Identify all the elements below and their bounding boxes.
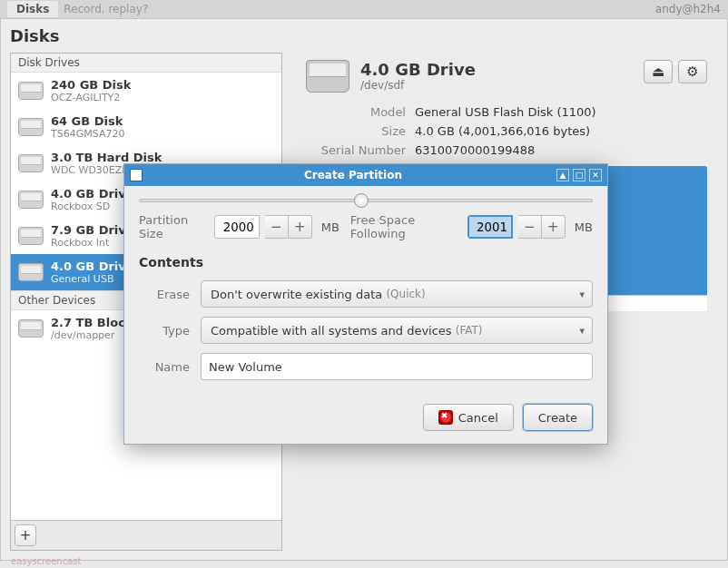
desktop-topbar: Disks Record, replay? andy@h2h4: [0, 0, 728, 18]
hdd-icon: [18, 82, 44, 100]
dialog-title-text: Create Partition: [150, 169, 556, 181]
detail-subtitle: /dev/sdf: [360, 79, 633, 92]
footer-hint: easyscreencast: [11, 556, 81, 566]
hdd-icon: [18, 227, 44, 245]
hdd-icon: [18, 263, 44, 281]
drive-item-title: 4.0 GB Drive: [51, 260, 134, 273]
kv-key: Size: [306, 124, 406, 138]
hdd-icon: [18, 118, 44, 136]
chevron-down-icon: ▾: [579, 289, 585, 300]
gear-icon: ⚙: [686, 64, 698, 80]
free-space-input[interactable]: [467, 215, 513, 239]
settings-button[interactable]: ⚙: [678, 60, 707, 83]
type-value: Compatible with all systems and devices: [211, 324, 452, 338]
type-paren: (FAT): [456, 324, 483, 337]
name-label: Name: [139, 360, 190, 374]
name-value: New Volume: [209, 360, 282, 374]
document-icon: [130, 169, 143, 181]
free-space-label: Free Space Following: [350, 213, 462, 240]
window-close-button[interactable]: ✕: [589, 169, 602, 181]
kv-value: 4.0 GB (4,001,366,016 bytes): [415, 124, 707, 138]
drive-item-title: 4.0 GB Drive: [51, 187, 134, 201]
chevron-down-icon: ▾: [579, 325, 585, 337]
sidebar-section-drives: Disk Drives: [11, 54, 281, 73]
cancel-button[interactable]: Cancel: [423, 404, 514, 431]
name-input[interactable]: New Volume: [201, 353, 593, 380]
kv-value: General USB Flash Disk (1100): [415, 105, 707, 119]
hdd-icon: [18, 154, 44, 172]
partition-size-input[interactable]: [214, 215, 260, 239]
topbar-hint: Record, replay?: [64, 3, 148, 15]
create-button[interactable]: Create: [523, 404, 593, 431]
eject-button[interactable]: ⏏: [644, 60, 673, 83]
window-maximize-button[interactable]: □: [573, 169, 585, 181]
cancel-label: Cancel: [458, 411, 498, 425]
type-label: Type: [139, 324, 190, 338]
window-roll-button[interactable]: ▲: [556, 169, 569, 181]
size-slider[interactable]: [139, 199, 593, 202]
contents-heading: Contents: [139, 255, 593, 269]
eject-icon: ⏏: [652, 64, 664, 80]
drive-item[interactable]: 64 GB DiskTS64GMSA720: [11, 109, 281, 145]
detail-kv: Model General USB Flash Disk (1100) Size…: [306, 105, 707, 157]
unit-label: MB: [575, 220, 593, 234]
drive-item-sub: General USB: [51, 273, 134, 285]
erase-label: Erase: [139, 288, 190, 301]
drive-item-title: 3.0 TB Hard Disk: [51, 151, 185, 164]
erase-paren: (Quick): [386, 288, 425, 300]
drive-item[interactable]: 240 GB DiskOCZ-AGILITY2: [11, 73, 281, 109]
hdd-icon: [18, 319, 44, 338]
drive-large-icon: [306, 60, 349, 93]
partition-size-plus[interactable]: +: [289, 215, 312, 239]
drive-item-sub: TS64GMSA720: [51, 128, 124, 140]
dialog-titlebar[interactable]: Create Partition ▲ □ ✕: [124, 164, 607, 186]
sidebar-footer: +: [11, 520, 281, 550]
kv-key: Model: [306, 105, 406, 119]
kv-key: Serial Number: [306, 143, 406, 157]
type-select[interactable]: Compatible with all systems and devices …: [201, 317, 593, 344]
kv-value: 6310070000199488: [415, 143, 707, 157]
drive-item-title: 240 GB Disk: [51, 78, 131, 92]
stop-icon: [438, 410, 453, 425]
window-title: Disks: [1, 19, 727, 53]
drive-item-sub: Rockbox Int: [51, 237, 134, 249]
erase-value: Don't overwrite existing data: [211, 288, 382, 301]
drive-item-sub: OCZ-AGILITY2: [51, 92, 131, 103]
partition-size-minus[interactable]: −: [265, 215, 289, 239]
drive-item-title: 7.9 GB Drive: [51, 223, 134, 237]
add-button[interactable]: +: [15, 524, 36, 546]
erase-select[interactable]: Don't overwrite existing data (Quick) ▾: [201, 280, 593, 308]
hdd-icon: [18, 191, 44, 209]
create-label: Create: [538, 411, 577, 425]
free-space-minus[interactable]: −: [518, 215, 542, 239]
detail-title: 4.0 GB Drive: [360, 60, 633, 79]
free-space-plus[interactable]: +: [542, 215, 566, 239]
drive-item-sub: Rockbox SD: [51, 201, 134, 212]
slider-thumb[interactable]: [354, 193, 369, 208]
create-partition-dialog: Create Partition ▲ □ ✕ Partition Size − …: [123, 163, 608, 445]
topbar-tab: Disks: [7, 1, 58, 17]
drive-item-title: 64 GB Disk: [51, 114, 124, 128]
topbar-right: andy@h2h4: [655, 3, 721, 15]
unit-label: MB: [321, 220, 339, 234]
partition-size-label: Partition Size: [139, 213, 209, 240]
